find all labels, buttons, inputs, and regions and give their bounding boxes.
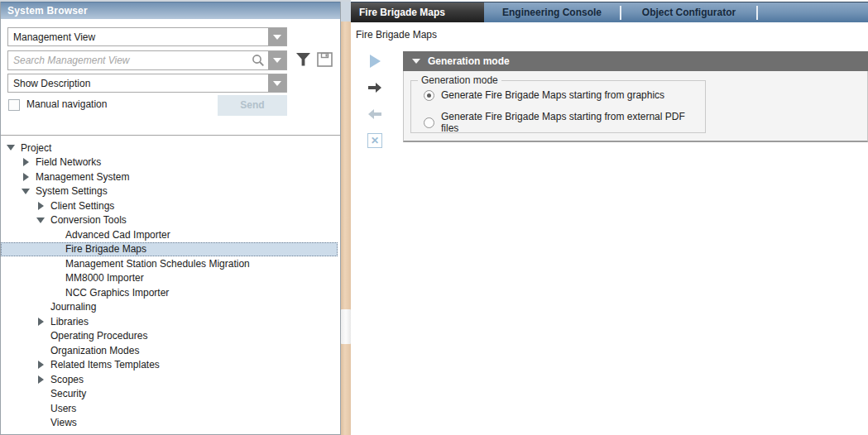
system-browser-panel: System Browser Management View Search Ma… xyxy=(0,2,341,435)
tree-collapsed-arrow-icon[interactable] xyxy=(21,173,31,181)
radio-selected-icon[interactable] xyxy=(424,90,434,101)
tree-item-label: Field Networks xyxy=(36,156,101,168)
tree-item-fire-brigade-maps[interactable]: Fire Brigade Maps xyxy=(1,242,338,257)
play-icon[interactable] xyxy=(362,48,387,74)
tree-item-project[interactable]: Project xyxy=(1,141,340,155)
tree-item-label: Scopes xyxy=(50,374,84,385)
tree-item-security[interactable]: Security xyxy=(1,387,340,402)
tree-item-scopes[interactable]: Scopes xyxy=(1,372,340,387)
chevron-down-icon xyxy=(412,59,420,64)
tree-collapsed-arrow-icon[interactable] xyxy=(36,361,46,369)
arrow-left-icon[interactable] xyxy=(362,101,387,127)
tree-scrollbar-track[interactable] xyxy=(341,22,351,435)
tree-expanded-arrow-icon[interactable] xyxy=(21,189,31,194)
play-triangle xyxy=(370,55,381,68)
tree-item-label: Client Settings xyxy=(50,200,114,212)
search-placeholder: Search Management View xyxy=(8,55,248,66)
system-browser-title: System Browser xyxy=(7,5,88,17)
tree-item-ncc-graphics-importer[interactable]: NCC Graphics Importer xyxy=(1,285,340,300)
tree-item-management-station-schedules-migration[interactable]: Management Station Schedules Migration xyxy=(1,256,340,271)
manual-navigation-label: Manual navigation xyxy=(26,98,107,110)
work-area-panel: Fire Brigade MapsEngineering ConsoleObje… xyxy=(351,0,868,435)
tree-item-label: Security xyxy=(50,388,86,399)
radio-option-generate-fire-brigade-maps-starting-from-external-pdf-files[interactable]: Generate Fire Brigade Maps starting from… xyxy=(424,111,705,134)
search-dropdown-button[interactable] xyxy=(268,51,286,69)
vertical-toolbar: ✕ xyxy=(362,48,387,154)
close-box-icon[interactable]: ✕ xyxy=(362,127,387,154)
tree-item-label: Views xyxy=(50,417,77,428)
tab-separator xyxy=(756,6,758,20)
navigation-tree: ProjectField NetworksManagement SystemSy… xyxy=(1,136,340,434)
tab-object-configurator[interactable]: Object Configurator xyxy=(621,2,756,22)
tree-item-label: Management System xyxy=(36,171,129,183)
tree-scrollbar-thumb[interactable] xyxy=(341,309,351,344)
tree-collapsed-arrow-icon[interactable] xyxy=(21,158,31,166)
tree-collapsed-arrow-icon[interactable] xyxy=(36,318,46,326)
tree-collapsed-arrow-icon[interactable] xyxy=(36,375,46,384)
tree-item-mm8000-importer[interactable]: MM8000 Importer xyxy=(1,271,340,286)
chevron-down-icon xyxy=(273,58,281,63)
expander-title: Generation mode xyxy=(428,55,510,67)
view-selector-value: Management View xyxy=(8,31,268,43)
tab-engineering-console[interactable]: Engineering Console xyxy=(484,2,620,22)
save-icon[interactable] xyxy=(317,52,333,70)
tree-item-journaling[interactable]: Journaling xyxy=(1,300,340,315)
tab-bar: Fire Brigade MapsEngineering ConsoleObje… xyxy=(351,2,868,22)
tree-item-label: Organization Modes xyxy=(50,345,139,356)
send-button[interactable]: Send xyxy=(218,95,287,116)
description-mode-selector[interactable]: Show Description xyxy=(7,74,287,93)
tab-label: Object Configurator xyxy=(642,7,736,18)
generation-mode-expander-body: Generation mode Generate Fire Brigade Ma… xyxy=(403,71,868,142)
tree-item-advanced-cad-importer[interactable]: Advanced Cad Importer xyxy=(1,227,340,242)
panel-splitter xyxy=(341,2,351,435)
radio-option-label: Generate Fire Brigade Maps starting from… xyxy=(441,111,705,134)
generation-mode-group-label: Generation mode xyxy=(418,74,501,86)
radio-unselected-icon[interactable] xyxy=(424,117,434,128)
system-browser-titlebar: System Browser xyxy=(1,2,340,19)
tree-item-label: Related Items Templates xyxy=(50,359,160,370)
tree-item-libraries[interactable]: Libraries xyxy=(1,314,340,329)
filter-icon[interactable] xyxy=(295,52,311,70)
chevron-down-icon xyxy=(273,35,281,40)
description-mode-value: Show Description xyxy=(8,78,268,89)
tree-item-organization-modes[interactable]: Organization Modes xyxy=(1,343,340,358)
tree-item-label: Journaling xyxy=(50,301,96,313)
tree-item-field-networks[interactable]: Field Networks xyxy=(1,155,340,170)
arrow-right-icon[interactable] xyxy=(362,74,387,101)
tree-item-client-settings[interactable]: Client Settings xyxy=(1,198,340,213)
tree-item-label: MM8000 Importer xyxy=(65,272,144,284)
search-input[interactable]: Search Management View xyxy=(7,50,287,70)
tab-label: Fire Brigade Maps xyxy=(359,7,445,18)
controls-tree-divider xyxy=(1,135,340,136)
tree-collapsed-arrow-icon[interactable] xyxy=(36,202,46,210)
tab-fire-brigade-maps[interactable]: Fire Brigade Maps xyxy=(351,2,484,22)
manual-navigation-checkbox[interactable] xyxy=(8,99,20,111)
tree-item-label: Fire Brigade Maps xyxy=(65,243,146,255)
tree-item-conversion-tools[interactable]: Conversion Tools xyxy=(1,213,340,228)
tree-item-related-items-templates[interactable]: Related Items Templates xyxy=(1,358,340,373)
radio-option-label: Generate Fire Brigade Maps starting from… xyxy=(441,89,664,101)
tree-item-label: Project xyxy=(21,142,51,154)
radio-option-generate-fire-brigade-maps-starting-from-graphics[interactable]: Generate Fire Brigade Maps starting from… xyxy=(424,89,664,101)
tree-item-views[interactable]: Views xyxy=(1,416,340,431)
tree-item-label: Users xyxy=(50,403,76,414)
application-window: System Browser Management View Search Ma… xyxy=(0,0,868,435)
tree-item-users[interactable]: Users xyxy=(1,401,340,416)
tree-item-label: Advanced Cad Importer xyxy=(65,229,170,241)
view-selector[interactable]: Management View xyxy=(7,27,287,46)
generation-mode-expander-header[interactable]: Generation mode xyxy=(403,51,868,71)
tree-item-management-system[interactable]: Management System xyxy=(1,170,340,184)
tree-item-operating-procedures[interactable]: Operating Procedures xyxy=(1,329,340,344)
tree-expanded-arrow-icon[interactable] xyxy=(36,218,46,223)
tree-item-label: Libraries xyxy=(50,316,89,327)
search-icon[interactable] xyxy=(248,54,268,67)
description-dropdown-button[interactable] xyxy=(268,74,286,92)
tree-item-label: Management Station Schedules Migration xyxy=(65,258,250,270)
tree-expanded-arrow-icon[interactable] xyxy=(6,145,16,151)
view-selector-dropdown-button[interactable] xyxy=(268,28,286,45)
tree-item-label: Operating Procedures xyxy=(50,330,147,342)
generation-mode-expander: Generation mode Generation mode Generate… xyxy=(403,51,868,142)
tab-label: Engineering Console xyxy=(502,7,602,18)
tree-item-system-settings[interactable]: System Settings xyxy=(1,184,340,199)
page-title: Fire Brigade Maps xyxy=(356,29,437,41)
